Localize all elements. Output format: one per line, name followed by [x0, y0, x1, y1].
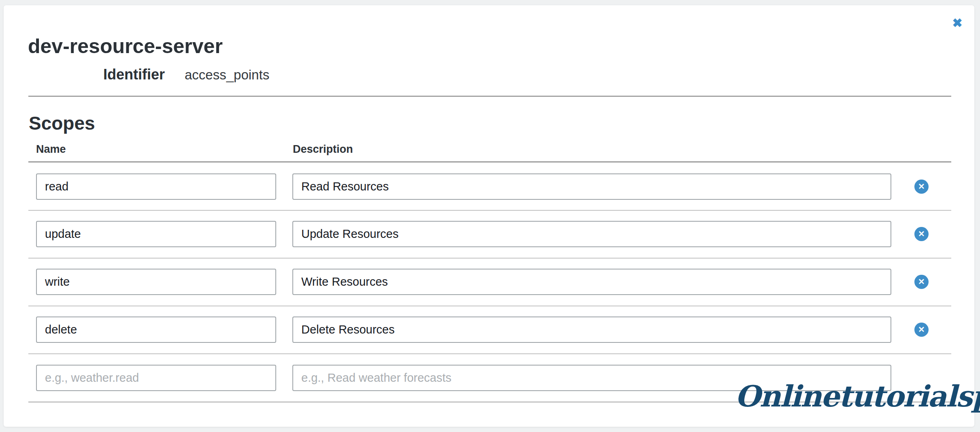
row-divider — [28, 402, 951, 402]
close-icon: ✖ — [952, 16, 962, 30]
scope-name-input[interactable] — [36, 269, 276, 295]
scope-name-input[interactable] — [36, 173, 276, 200]
scope-description-input[interactable] — [292, 173, 891, 200]
scope-description-input[interactable] — [292, 317, 891, 343]
resource-server-modal: ✖ dev-resource-server Identifier access_… — [4, 5, 974, 427]
row-divider — [28, 210, 951, 211]
table-header-divider — [28, 161, 951, 163]
scope-description-input[interactable] — [292, 221, 891, 247]
row-divider — [28, 258, 951, 259]
identifier-label: Identifier — [103, 66, 165, 83]
delete-scope-button[interactable]: ✕ — [914, 227, 929, 241]
delete-scope-button[interactable]: ✕ — [914, 323, 929, 337]
identifier-value: access_points — [185, 67, 269, 83]
new-scope-name-input[interactable] — [36, 365, 276, 391]
divider — [28, 96, 951, 97]
circle-x-icon: ✕ — [918, 182, 925, 191]
circle-x-icon: ✕ — [918, 277, 925, 286]
circle-x-icon: ✕ — [918, 325, 925, 334]
scope-name-input[interactable] — [36, 317, 276, 343]
delete-scope-button[interactable]: ✕ — [914, 180, 929, 194]
delete-scope-button[interactable]: ✕ — [914, 275, 929, 289]
circle-x-icon: ✕ — [918, 229, 925, 238]
row-divider — [28, 306, 951, 306]
identifier-row: Identifier access_points — [103, 66, 269, 83]
row-divider — [28, 353, 951, 354]
column-header-description: Description — [293, 143, 353, 156]
new-scope-description-input[interactable] — [292, 365, 891, 391]
scope-name-input[interactable] — [36, 221, 276, 247]
column-header-name: Name — [36, 143, 66, 156]
close-button[interactable]: ✖ — [948, 14, 966, 32]
page-title: dev-resource-server — [28, 34, 223, 58]
scope-description-input[interactable] — [292, 269, 891, 295]
scopes-section-title: Scopes — [29, 112, 95, 134]
page-background: ✖ dev-resource-server Identifier access_… — [0, 0, 980, 432]
